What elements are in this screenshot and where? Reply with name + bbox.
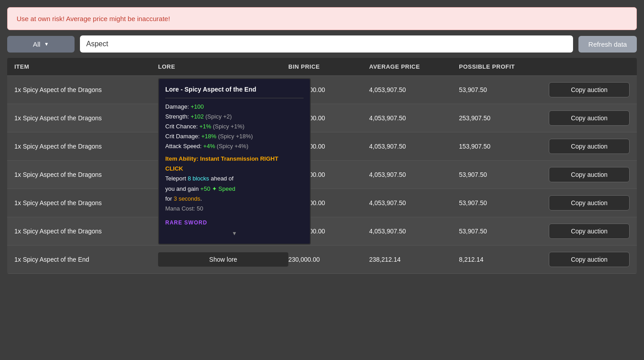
lore-seconds-line: for 3 seconds.: [165, 194, 304, 204]
lore-stat-crit-chance: Crit Chance: +1% (Spicy +1%): [165, 122, 304, 132]
header-avg-price: AVERAGE PRICE: [369, 63, 459, 70]
avg-price: 4,053,907.50: [369, 228, 459, 235]
header-bin-price: BIN PRICE: [288, 63, 369, 70]
avg-price: 4,053,907.50: [369, 171, 459, 178]
table-container: ITEM LORE BIN PRICE AVERAGE PRICE POSSIB…: [7, 58, 637, 274]
table-row: 1x Spicy Aspect of the Dragons Show lore…: [7, 132, 637, 161]
table-row: 1x Spicy Aspect of the Dragons Show lore…: [7, 217, 637, 246]
copy-auction-button[interactable]: Copy auction: [549, 110, 630, 126]
chevron-down-icon: ▼: [44, 41, 49, 47]
profit: 53,907.50: [459, 228, 549, 235]
item-name: 1x Spicy Aspect of the Dragons: [14, 171, 158, 178]
copy-auction-button[interactable]: Copy auction: [549, 224, 630, 239]
item-name: 1x Spicy Aspect of the Dragons: [14, 228, 158, 235]
copy-auction-button[interactable]: Copy auction: [549, 139, 630, 154]
table-row: 1x Spicy Aspect of the Dragons Show lore…: [7, 189, 637, 217]
refresh-label: Refresh data: [588, 40, 627, 48]
copy-auction-button[interactable]: Copy auction: [549, 82, 630, 97]
toolbar: All ▼ Refresh data: [0, 35, 644, 58]
warning-text: Use at own risk! Average price might be …: [17, 15, 170, 22]
table-header: ITEM LORE BIN PRICE AVERAGE PRICE POSSIB…: [7, 58, 637, 76]
lore-popup: Lore - Spicy Aspect of the End Damage: +…: [158, 78, 311, 245]
profit: 8,212.14: [459, 256, 549, 263]
lore-stat-damage: Damage: +100: [165, 102, 304, 112]
lore-mana-line: Mana Cost: 50: [165, 204, 304, 214]
item-name: 1x Spicy Aspect of the Dragons: [14, 199, 158, 206]
profit: 53,907.50: [459, 199, 549, 206]
item-name: 1x Spicy Aspect of the Dragons: [14, 114, 158, 122]
avg-price: 4,053,907.50: [369, 199, 459, 206]
header-profit: POSSIBLE PROFIT: [459, 63, 549, 70]
header-lore: LORE: [158, 63, 288, 70]
profit: 53,907.50: [459, 171, 549, 178]
item-name: 1x Spicy Aspect of the End: [14, 256, 158, 263]
table-row: 1x Spicy Aspect of the End Show lore 230…: [7, 246, 637, 274]
refresh-button[interactable]: Refresh data: [578, 36, 637, 53]
profit: 153,907.50: [459, 143, 549, 150]
lore-rarity: RARE SWORD: [165, 218, 304, 227]
lore-stat-strength: Strength: +102 (Spicy +2): [165, 112, 304, 122]
lore-teleport-line: Teleport 8 blocks ahead of: [165, 174, 304, 184]
lore-popup-title: Lore - Spicy Aspect of the End: [165, 84, 304, 98]
avg-price: 4,053,907.50: [369, 143, 459, 150]
table-row: 1x Spicy Aspect of the Dragons Show lore…: [7, 161, 637, 189]
search-input[interactable]: [80, 35, 573, 53]
copy-auction-button[interactable]: Copy auction: [549, 167, 630, 182]
table-row: 1x Spicy Aspect of the Dragons Show lore…: [7, 76, 637, 104]
warning-banner: Use at own risk! Average price might be …: [7, 7, 637, 30]
table-row: 1x Spicy Aspect of the Dragons Show lore…: [7, 104, 637, 132]
profit: 53,907.50: [459, 86, 549, 93]
lore-ability-line2: CLICK: [165, 164, 304, 174]
lore-stat-crit-damage: Crit Damage: +18% (Spicy +18%): [165, 132, 304, 141]
item-name: 1x Spicy Aspect of the Dragons: [14, 86, 158, 93]
show-lore-button[interactable]: Show lore: [158, 252, 288, 267]
avg-price: 4,053,907.50: [369, 114, 459, 122]
bin-price: 230,000.00: [288, 256, 369, 263]
header-action: [549, 63, 630, 70]
lore-speed-line: you and gain +50 ✦ Speed: [165, 184, 304, 194]
lore-arrow: ▼: [165, 229, 304, 238]
item-name: 1x Spicy Aspect of the Dragons: [14, 143, 158, 150]
lore-stat-attack-speed: Attack Speed: +4% (Spicy +4%): [165, 141, 304, 151]
lore-ability-line1: Item Ability: Instant Transmission RIGHT: [165, 154, 304, 164]
all-label: All: [33, 40, 40, 48]
profit: 253,907.50: [459, 114, 549, 122]
avg-price: 4,053,907.50: [369, 86, 459, 93]
avg-price: 238,212.14: [369, 256, 459, 263]
all-dropdown-button[interactable]: All ▼: [7, 36, 75, 53]
header-item: ITEM: [14, 63, 158, 70]
copy-auction-button[interactable]: Copy auction: [549, 195, 630, 211]
copy-auction-button[interactable]: Copy auction: [549, 252, 630, 267]
